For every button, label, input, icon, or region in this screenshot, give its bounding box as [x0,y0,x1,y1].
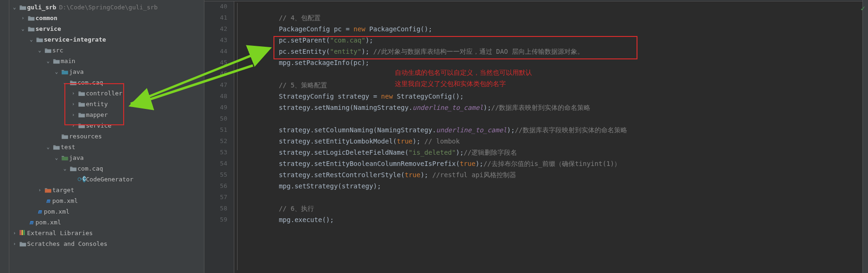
code-line[interactable]: strategy.setEntityBooleanColumnRemoveIsP… [247,158,868,169]
tree-row-label: guli_srb [27,4,56,11]
fld-pkg-icon [69,166,77,172]
tree-row[interactable]: ⌄service-integrate [9,34,204,45]
expand-arrow-icon[interactable]: ⌄ [19,26,27,32]
expand-arrow-icon[interactable]: › [69,90,77,96]
line-number[interactable]: 55 [204,169,234,180]
tree-row[interactable]: ⟳ CCodeGenerator [9,174,204,185]
tree-row[interactable]: ›Scratches and Consoles [9,238,204,249]
tree-row[interactable]: ⌄guli_srbD:\Code\SpringCode\guli_srb [9,2,204,13]
error-stripe[interactable] [862,0,868,273]
expand-arrow-icon[interactable]: ⌄ [10,4,19,10]
line-number[interactable]: 44 [204,46,234,57]
expand-arrow-icon[interactable]: › [10,241,19,247]
line-number[interactable]: 40 [204,1,234,12]
tree-row[interactable]: mpom.xml [9,195,204,206]
line-number[interactable]: 50 [204,113,234,124]
expand-arrow-icon[interactable]: › [19,15,27,21]
code-line[interactable]: StrategyConfig strategy = new StrategyCo… [247,91,868,102]
inspection-ok-icon[interactable]: ✓ [861,4,865,13]
expand-arrow-icon[interactable]: ⌄ [61,79,69,86]
tree-row-label: Scratches and Consoles [27,240,107,247]
code-line[interactable] [247,1,868,12]
tree-row-label: com.caq [77,79,103,86]
expand-arrow-icon[interactable]: › [35,187,44,193]
tree-row-label: service-integrate [44,36,106,43]
tree-row-label: resources [69,133,102,140]
expand-arrow-icon[interactable]: › [69,112,77,118]
project-tree[interactable]: ⌄guli_srbD:\Code\SpringCode\guli_srb›com… [9,0,204,273]
tool-window-stripe[interactable] [0,0,9,273]
line-number[interactable]: 41 [204,12,234,23]
code-line[interactable]: // 4、包配置 [247,12,868,23]
line-number[interactable]: 58 [204,203,234,214]
tree-row[interactable]: ›target [9,185,204,195]
line-number[interactable]: 53 [204,147,234,158]
code-line[interactable]: pc.setEntity("entity"); //此对象与数据库表结构一一对应… [247,46,868,57]
code-editor[interactable]: 4041424344454647484950515253545556575859… [204,0,868,273]
tree-row[interactable]: ⌄service [9,23,204,34]
expand-arrow-icon[interactable]: › [69,122,77,129]
line-number[interactable]: 46 [204,68,234,79]
fld-icon [27,15,35,21]
code-line[interactable]: mpg.execute(); [247,214,868,225]
tree-row[interactable]: ›mapper [9,109,204,120]
line-number[interactable]: 43 [204,35,234,46]
tree-row[interactable]: ›entity [9,99,204,109]
fld-icon [61,134,69,139]
line-number[interactable]: 51 [204,124,234,136]
code-area[interactable]: 自动生成的包名可以自定义，当然也可以用默认 这里我自定义了父包和实体类包的名字 … [234,0,868,273]
expand-arrow-icon[interactable]: ⌄ [44,58,52,64]
tree-row[interactable]: ⌄com.caq [9,77,204,88]
tree-row-label: main [61,57,75,65]
line-number[interactable]: 56 [204,180,234,192]
expand-arrow-icon[interactable]: ⌄ [61,165,69,172]
tree-row[interactable]: ⌄java [9,152,204,163]
line-number[interactable]: 48 [204,91,234,102]
code-line[interactable]: mpg.setPackageInfo(pc); [247,57,868,68]
line-number[interactable]: 54 [204,158,234,169]
code-line[interactable]: // 5、策略配置 [247,79,868,91]
code-line[interactable]: PackageConfig pc = new PackageConfig(); [247,23,868,35]
expand-arrow-icon[interactable]: ⌄ [44,144,52,150]
fld-icon [52,58,61,64]
line-number[interactable]: 42 [204,23,234,35]
code-line[interactable]: strategy.setRestControllerStyle(true); /… [247,169,868,180]
editor-gutter[interactable]: 4041424344454647484950515253545556575859 [204,0,234,273]
code-line[interactable] [247,192,868,203]
line-number[interactable]: 57 [204,192,234,203]
tree-row[interactable]: ›External Libraries [9,228,204,238]
tree-row[interactable]: resources [9,131,204,142]
tree-row[interactable]: mpom.xml [9,206,204,217]
expand-arrow-icon[interactable]: ⌄ [52,69,61,75]
expand-arrow-icon[interactable]: ⌄ [52,155,61,161]
tree-row[interactable]: ⌄com.caq [9,163,204,174]
tree-row[interactable]: ›service [9,120,204,131]
code-line[interactable]: strategy.setEntityLombokModel(true); // … [247,136,868,147]
tree-row[interactable]: ⌄java [9,66,204,77]
line-number[interactable]: 47 [204,79,234,91]
tree-row[interactable]: ›controller [9,88,204,99]
line-number[interactable]: 59 [204,214,234,225]
tree-row[interactable]: ⌄main [9,56,204,66]
code-line[interactable]: strategy.setNaming(NamingStrategy.underl… [247,102,868,113]
code-line[interactable] [247,113,868,124]
tree-row-label: common [35,14,57,22]
code-line[interactable]: pc.setParent("com.caq"); [247,35,868,46]
expand-arrow-icon[interactable]: › [69,101,77,107]
expand-arrow-icon[interactable]: ⌄ [27,36,35,43]
tree-row[interactable]: ⌄src [9,45,204,56]
code-line[interactable]: strategy.setLogicDeleteFieldName("is_del… [247,147,868,158]
tree-row[interactable]: mpom.xml [9,217,204,228]
tree-row[interactable]: ›common [9,13,204,23]
expand-arrow-icon[interactable]: ⌄ [35,47,44,53]
line-number[interactable]: 52 [204,136,234,147]
tree-row[interactable]: ⌄test [9,142,204,152]
code-line[interactable]: mpg.setStrategy(strategy); [247,180,868,192]
code-line[interactable] [247,68,868,79]
expand-arrow-icon[interactable]: › [10,230,19,236]
code-line[interactable]: strategy.setColumnNaming(NamingStrategy.… [247,124,868,136]
line-number[interactable]: 49 [204,102,234,113]
code-line[interactable]: // 6、执行 [247,203,868,214]
tree-row-label: CodeGenerator [86,176,133,183]
line-number[interactable]: 45 [204,57,234,68]
